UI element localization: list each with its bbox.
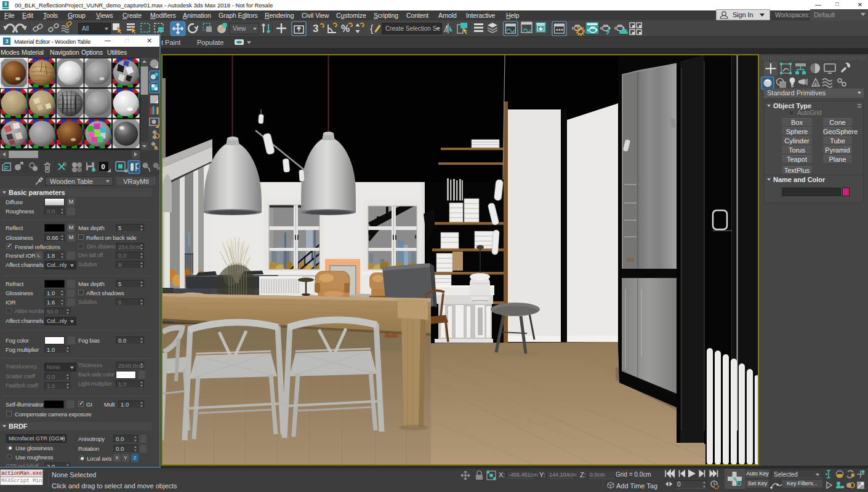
svg-text:Sign In: Sign In: [733, 11, 753, 18]
svg-text:0: 0: [102, 163, 105, 170]
svg-text:{: {: [370, 23, 374, 34]
svg-text:%: %: [341, 23, 350, 34]
svg-text:3: 3: [313, 23, 318, 34]
